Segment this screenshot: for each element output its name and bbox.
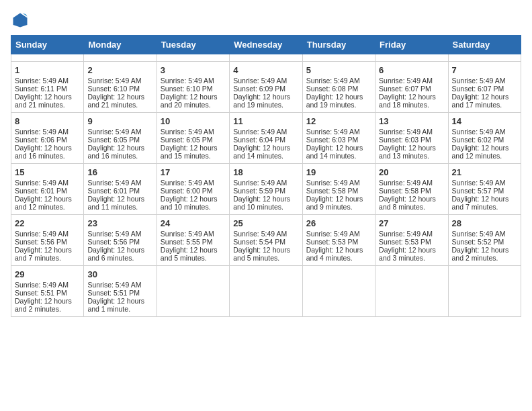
daylight: Daylight: 12 hours and 17 minutes.: [452, 93, 509, 109]
week-row-1: [11, 54, 521, 62]
sunset: Sunset: 6:10 PM: [87, 85, 140, 93]
sunset: Sunset: 6:06 PM: [15, 136, 67, 144]
day-number: 16: [87, 167, 152, 177]
daylight: Daylight: 12 hours and 9 minutes.: [306, 195, 363, 211]
sunrise: Sunrise: 5:49 AM: [233, 230, 287, 238]
sunrise: Sunrise: 5:49 AM: [87, 128, 141, 136]
day-cell: 20Sunrise: 5:49 AMSunset: 5:58 PMDayligh…: [375, 164, 448, 215]
day-cell: [11, 54, 84, 62]
sunrise: Sunrise: 5:49 AM: [306, 77, 360, 85]
daylight: Daylight: 12 hours and 3 minutes.: [379, 246, 436, 262]
day-number: 26: [306, 218, 371, 228]
daylight: Daylight: 12 hours and 8 minutes.: [379, 195, 436, 211]
sunset: Sunset: 6:01 PM: [87, 187, 140, 195]
daylight: Daylight: 12 hours and 10 minutes.: [233, 195, 290, 211]
day-cell: 23Sunrise: 5:49 AMSunset: 5:56 PMDayligh…: [84, 215, 157, 266]
sunset: Sunset: 5:51 PM: [15, 289, 67, 297]
day-number: 14: [452, 116, 517, 126]
logo-icon: [11, 11, 30, 30]
sunrise: Sunrise: 5:49 AM: [306, 230, 360, 238]
sunset: Sunset: 5:55 PM: [161, 238, 213, 246]
week-row-6: 29Sunrise: 5:49 AMSunset: 5:51 PMDayligh…: [11, 266, 521, 317]
day-cell: [302, 54, 375, 62]
sunrise: Sunrise: 5:49 AM: [161, 128, 214, 136]
sunset: Sunset: 5:58 PM: [306, 187, 359, 195]
day-number: 20: [379, 167, 444, 177]
day-cell: [157, 54, 229, 62]
day-header-thursday: Thursday: [302, 36, 375, 54]
daylight: Daylight: 12 hours and 19 minutes.: [233, 93, 290, 109]
sunset: Sunset: 5:58 PM: [379, 187, 431, 195]
sunrise: Sunrise: 5:49 AM: [15, 281, 69, 289]
sunset: Sunset: 6:03 PM: [379, 136, 431, 144]
day-number: 9: [87, 116, 152, 126]
calendar-table: SundayMondayTuesdayWednesdayThursdayFrid…: [11, 35, 521, 317]
day-cell: 18Sunrise: 5:49 AMSunset: 5:59 PMDayligh…: [230, 164, 302, 215]
day-number: 27: [379, 218, 444, 228]
sunrise: Sunrise: 5:49 AM: [379, 77, 433, 85]
sunrise: Sunrise: 5:49 AM: [15, 128, 69, 136]
sunset: Sunset: 6:04 PM: [233, 136, 285, 144]
sunrise: Sunrise: 5:49 AM: [233, 77, 287, 85]
svg-marker-0: [13, 13, 28, 28]
daylight: Daylight: 12 hours and 2 minutes.: [15, 297, 72, 313]
sunset: Sunset: 5:59 PM: [233, 187, 285, 195]
daylight: Daylight: 12 hours and 5 minutes.: [233, 246, 290, 262]
sunset: Sunset: 6:07 PM: [379, 85, 431, 93]
day-cell: 4Sunrise: 5:49 AMSunset: 6:09 PMDaylight…: [230, 62, 302, 113]
day-number: 11: [233, 116, 298, 126]
daylight: Daylight: 12 hours and 21 minutes.: [87, 93, 144, 109]
sunset: Sunset: 6:01 PM: [15, 187, 67, 195]
sunset: Sunset: 6:08 PM: [306, 85, 359, 93]
sunrise: Sunrise: 5:49 AM: [87, 77, 141, 85]
day-number: 22: [15, 218, 80, 228]
sunrise: Sunrise: 5:49 AM: [306, 179, 360, 187]
sunset: Sunset: 5:56 PM: [87, 238, 140, 246]
day-number: 13: [379, 116, 444, 126]
daylight: Daylight: 12 hours and 12 minutes.: [15, 195, 72, 211]
daylight: Daylight: 12 hours and 11 minutes.: [87, 195, 144, 211]
sunrise: Sunrise: 5:49 AM: [233, 128, 287, 136]
daylight: Daylight: 12 hours and 16 minutes.: [15, 144, 72, 160]
sunset: Sunset: 5:53 PM: [379, 238, 431, 246]
day-cell: 1Sunrise: 5:49 AMSunset: 6:11 PMDaylight…: [11, 62, 84, 113]
day-cell: [448, 266, 521, 317]
sunset: Sunset: 6:05 PM: [161, 136, 213, 144]
day-cell: 5Sunrise: 5:49 AMSunset: 6:08 PMDaylight…: [302, 62, 375, 113]
daylight: Daylight: 12 hours and 1 minute.: [87, 297, 144, 313]
day-cell: 28Sunrise: 5:49 AMSunset: 5:52 PMDayligh…: [448, 215, 521, 266]
sunrise: Sunrise: 5:49 AM: [87, 179, 141, 187]
day-cell: 3Sunrise: 5:49 AMSunset: 6:10 PMDaylight…: [157, 62, 229, 113]
daylight: Daylight: 12 hours and 16 minutes.: [87, 144, 144, 160]
sunrise: Sunrise: 5:49 AM: [87, 281, 141, 289]
sunset: Sunset: 5:53 PM: [306, 238, 359, 246]
day-cell: 10Sunrise: 5:49 AMSunset: 6:05 PMDayligh…: [157, 113, 229, 164]
daylight: Daylight: 12 hours and 14 minutes.: [233, 144, 290, 160]
day-header-sunday: Sunday: [11, 36, 84, 54]
day-number: 1: [15, 65, 80, 75]
day-number: 18: [233, 167, 298, 177]
sunrise: Sunrise: 5:49 AM: [452, 128, 506, 136]
daylight: Daylight: 12 hours and 7 minutes.: [15, 246, 72, 262]
sunset: Sunset: 5:52 PM: [452, 238, 504, 246]
sunset: Sunset: 5:54 PM: [233, 238, 285, 246]
day-cell: 27Sunrise: 5:49 AMSunset: 5:53 PMDayligh…: [375, 215, 448, 266]
daylight: Daylight: 12 hours and 19 minutes.: [306, 93, 363, 109]
sunrise: Sunrise: 5:49 AM: [452, 179, 506, 187]
day-cell: 8Sunrise: 5:49 AMSunset: 6:06 PMDaylight…: [11, 113, 84, 164]
day-cell: [230, 54, 302, 62]
day-number: 2: [87, 65, 152, 75]
day-header-saturday: Saturday: [448, 36, 521, 54]
day-cell: [448, 54, 521, 62]
sunrise: Sunrise: 5:49 AM: [15, 230, 69, 238]
day-number: 29: [15, 269, 80, 279]
day-cell: 17Sunrise: 5:49 AMSunset: 6:00 PMDayligh…: [157, 164, 229, 215]
day-cell: 14Sunrise: 5:49 AMSunset: 6:02 PMDayligh…: [448, 113, 521, 164]
day-cell: [157, 266, 229, 317]
sunrise: Sunrise: 5:49 AM: [379, 128, 433, 136]
day-cell: 6Sunrise: 5:49 AMSunset: 6:07 PMDaylight…: [375, 62, 448, 113]
daylight: Daylight: 12 hours and 2 minutes.: [452, 246, 509, 262]
sunrise: Sunrise: 5:49 AM: [161, 179, 214, 187]
day-number: 3: [161, 65, 226, 75]
day-cell: 30Sunrise: 5:49 AMSunset: 5:51 PMDayligh…: [84, 266, 157, 317]
